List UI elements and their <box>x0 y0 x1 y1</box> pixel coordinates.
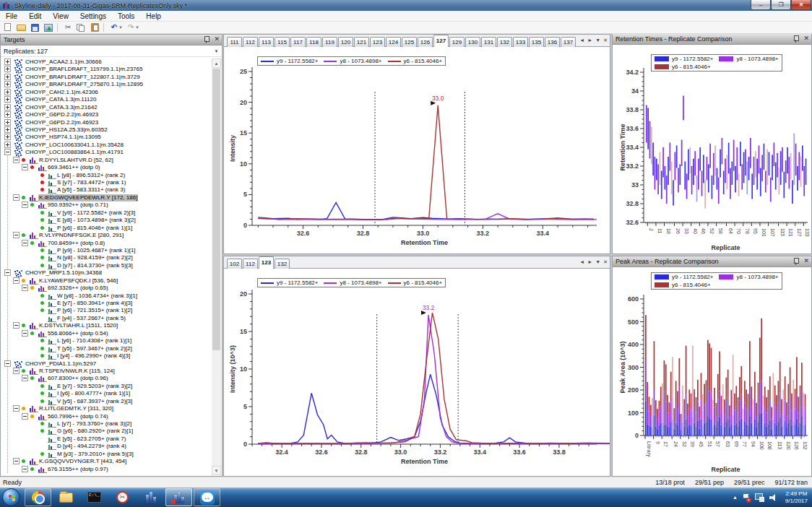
tree-row[interactable]: L [y6] - 710.4308+ (rank 1)[1] <box>1 337 212 344</box>
tab-menu-icon[interactable]: ▼ <box>595 38 600 43</box>
tree-row[interactable]: E [y8] - 1073.4898+ (rank 3)[2] <box>1 217 212 224</box>
tree-row[interactable]: I [y6] - 800.4777+ (rank 1)[1] <box>1 390 212 397</box>
tree-row[interactable]: L [y8] - 896.5312+ (rank 2) <box>1 172 212 179</box>
tree-row[interactable]: R.LITLGEDMTK.Y [311, 320] <box>1 405 212 412</box>
tree-row[interactable]: K.IEDGWQVEEPDEWLR.Y [172, 186] <box>1 194 212 202</box>
replicate-tab-126[interactable]: 126 <box>418 37 433 47</box>
tree-row[interactable]: A [y5] - 583.3311+ (rank 3) <box>1 186 212 194</box>
replicate-tab-127[interactable]: 127 <box>433 35 449 47</box>
share-button[interactable] <box>43 22 55 32</box>
replicate-tab-111[interactable]: 111 <box>227 37 242 47</box>
tree-row[interactable]: 560.7996++ (dotp 0.74) <box>1 413 212 420</box>
tab-scroll-left-icon[interactable]: ◄ <box>579 259 584 265</box>
replicate-tab-130[interactable]: 130 <box>465 37 480 47</box>
tree-row[interactable]: CHOYP_CATA.3.3|m.21642 <box>1 104 212 111</box>
tree-row[interactable]: R.TSPEIVNWLR.K [115, 124] <box>1 368 212 375</box>
tree-row[interactable]: CHOYP_LOC100883864.1.1|m.41791 <box>1 149 212 156</box>
scroll-down-icon[interactable]: ▼ <box>212 466 221 475</box>
menu-edit[interactable]: Edit <box>23 11 47 21</box>
tree-row[interactable]: E [y7] - 929.5203+ (rank 3)[2] <box>1 383 212 390</box>
open-file-button[interactable] <box>16 22 27 32</box>
replicate-tab-132[interactable]: 132 <box>275 259 290 269</box>
replicate-tab-124[interactable]: 124 <box>386 37 401 47</box>
replicate-tab-102[interactable]: 102 <box>227 259 242 269</box>
scroll-up-icon[interactable]: ▲ <box>212 58 221 68</box>
tree-row[interactable]: 669.3461++ (dotp 0) <box>1 164 212 171</box>
close-icon[interactable]: ✕ <box>803 257 809 265</box>
tree-row[interactable]: 700.8459++ (dotp 0.8) <box>1 240 212 247</box>
taskbar-cmd-icon[interactable]: C:\_ <box>81 488 108 506</box>
menu-tools[interactable]: Tools <box>112 11 140 21</box>
tree-scrollbar[interactable]: ▲ ▼ <box>212 58 221 475</box>
close-button[interactable]: ✕ <box>791 0 811 10</box>
tab-scroll-right-icon[interactable]: ► <box>587 38 592 43</box>
action-center-icon[interactable] <box>743 493 750 502</box>
start-button[interactable] <box>2 488 20 506</box>
menu-help[interactable]: Help <box>140 11 167 21</box>
menu-view[interactable]: View <box>47 11 74 21</box>
tree-row[interactable]: V [y9] - 1172.5582+ (rank 2)[3] <box>1 209 212 217</box>
menu-settings[interactable]: Settings <box>74 11 112 21</box>
replicate-tab-113[interactable]: 113 <box>259 37 274 47</box>
tree-row[interactable]: R.VLYPNDNFFSGK.E [280, 291] <box>1 232 212 239</box>
tab-close-icon[interactable]: ✕ <box>603 38 608 43</box>
tree-row[interactable]: CHOYP_BRAFLDRAFT_122807.1.1|m.3729 <box>1 74 212 81</box>
tree-row[interactable]: CHOYP_BRAFLDRAFT_119799.1.1|m.23765 <box>1 66 212 73</box>
replicate-tab-119[interactable]: 119 <box>322 37 337 47</box>
tree-row[interactable]: CHOYP_CATA.1.3|m.11120 <box>1 96 212 103</box>
tree-row[interactable]: P [y9] - 1025.4687+ (rank 1)[1] <box>1 247 212 254</box>
tree-row[interactable]: D [y7] - 814.3730+ (rank 5)[3] <box>1 262 212 269</box>
tree-row[interactable]: CHOYP_G6PD.2.2|m.46923 <box>1 111 212 118</box>
menu-file[interactable]: File <box>0 11 23 21</box>
cut-button[interactable]: ✂ <box>62 22 74 32</box>
replicate-tab-117[interactable]: 117 <box>290 37 306 47</box>
replicate-tab-135[interactable]: 135 <box>529 37 544 47</box>
tree-row[interactable]: M [y3] - 379.2010+ (rank 5)[3] <box>1 451 212 458</box>
tree-row[interactable]: V [y5] - 687.3937+ (rank 2)[3] <box>1 398 212 405</box>
replicate-tab-123[interactable]: 123 <box>370 37 385 47</box>
tree-row[interactable]: S [y7] - 783.4472+ (rank 1) <box>1 179 212 186</box>
pin-icon[interactable] <box>792 257 799 265</box>
tree-row[interactable]: E [y7] - 850.3941+ (rank 4)[3] <box>1 300 212 307</box>
taskbar-skyline-icon[interactable] <box>137 488 164 506</box>
volume-icon[interactable] <box>769 493 778 502</box>
tree-row[interactable]: 556.8066++ (dotp 0.54) <box>1 330 212 337</box>
undo-button[interactable]: ↶ <box>108 22 120 32</box>
tree-row[interactable]: F [y4] - 537.2667+ (rank 5) <box>1 315 212 322</box>
replicate-tab-132[interactable]: 132 <box>497 37 512 47</box>
close-icon[interactable]: ✕ <box>214 35 220 43</box>
copy-button[interactable] <box>76 22 87 32</box>
tree-row[interactable]: CHOYP_CAH2.1.1|m.42306 <box>1 89 212 96</box>
maximize-button[interactable]: ❐ <box>771 0 791 10</box>
tree-row[interactable]: P [y6] - 815.4046+ (rank 1)[1] <box>1 225 212 232</box>
replicate-tab-136[interactable]: 136 <box>545 37 560 47</box>
close-icon[interactable]: ✕ <box>803 35 809 43</box>
tree-row[interactable]: CHOYP_BRAFLDRAFT_275870.1.1|m.12895 <box>1 81 212 88</box>
save-button[interactable] <box>30 22 41 32</box>
tree-row[interactable]: CHOYP_HS12A.25.33|m.60352 <box>1 126 212 134</box>
taskbar-snipping-icon[interactable]: ✂ <box>109 488 136 506</box>
replicate-tab-118[interactable]: 118 <box>306 37 321 47</box>
replicate-tab-123[interactable]: 123 <box>259 256 274 269</box>
tree-row[interactable]: N [y8] - 928.4159+ (rank 2)[2] <box>1 254 212 261</box>
tree-row[interactable]: W [y8] - 1036.4734+ (rank 3)[1] <box>1 292 212 300</box>
tree-row[interactable]: CHOYP_PDIA1.1.1|m.5297 <box>1 360 212 368</box>
tree-row[interactable]: G [y6] - 680.2920+ (rank 2)[1] <box>1 428 212 435</box>
tree-row[interactable]: R.DYYLSLAHTVR.D [52, 62] <box>1 157 212 164</box>
taskbar-clock[interactable]: 2:49 PM9/1/2017 <box>785 490 808 505</box>
tree-row[interactable]: 676.3155++ (dotp 0.97) <box>1 466 212 473</box>
tree-row[interactable]: I [y4] - 496.2990+ (rank 4)[3] <box>1 352 212 360</box>
minimize-button[interactable]: – <box>751 0 771 10</box>
taskbar-chrome-icon[interactable] <box>25 488 51 506</box>
replicate-tab-125[interactable]: 125 <box>402 37 417 47</box>
replicate-tab-133[interactable]: 133 <box>513 37 528 47</box>
replicate-tab-112[interactable]: 112 <box>243 37 258 47</box>
tree-row[interactable]: P [y6] - 721.3515+ (rank 1)[2] <box>1 307 212 314</box>
tree-row[interactable]: T [y5] - 597.3467+ (rank 2)[2] <box>1 345 212 352</box>
redo-button[interactable]: ↷ <box>125 22 137 32</box>
tab-close-icon[interactable]: ✕ <box>603 259 608 265</box>
tree-row[interactable]: K.DSTVLTIAHR.L [1511, 1520] <box>1 322 212 329</box>
tree-row[interactable]: 692.3326++ (dotp 0.65) <box>1 285 212 292</box>
replicate-tab-121[interactable]: 121 <box>354 37 369 47</box>
tree-row[interactable]: D [y4] - 494.2279+ (rank 4) <box>1 443 212 450</box>
